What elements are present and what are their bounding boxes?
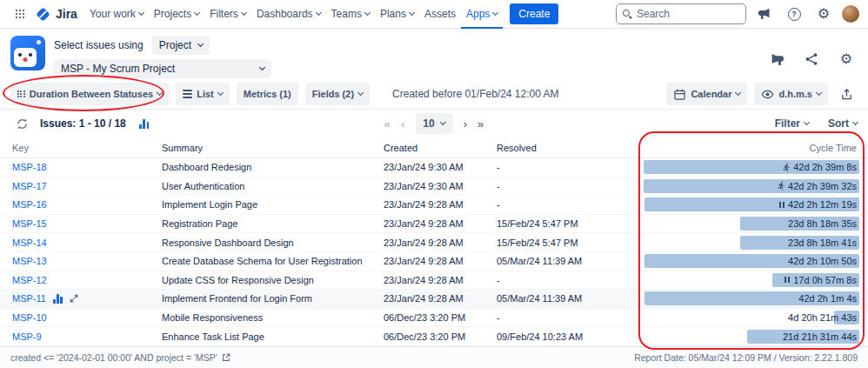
create-button[interactable]: Create: [510, 3, 558, 24]
issue-resolved: 05/Mar/24 11:39 AM: [497, 256, 629, 266]
external-link-icon[interactable]: [221, 352, 231, 363]
prev-page-button[interactable]: ‹: [401, 118, 404, 130]
issue-resolved: 15/Feb/24 5:47 PM: [497, 218, 629, 229]
issue-key-link[interactable]: MSP-9: [12, 331, 42, 342]
table-row[interactable]: MSP-18 Dashboard Redesign 23/Jan/24 9:30…: [0, 158, 868, 177]
issue-summary[interactable]: Responsive Dashboard Design: [162, 238, 384, 248]
column-header-summary[interactable]: Summary: [162, 143, 384, 153]
list-view-button[interactable]: List: [176, 83, 230, 105]
issue-key-link[interactable]: MSP-11: [12, 293, 46, 304]
table-row[interactable]: MSP-9 Enhance Task List Page 06/Dec/23 3…: [0, 327, 868, 346]
cycle-time-value: 4d 20h 21m 43s: [788, 312, 857, 323]
sort-button[interactable]: Sort: [828, 117, 858, 130]
jira-logo[interactable]: Jira: [35, 6, 77, 23]
next-page-button[interactable]: ›: [464, 118, 467, 130]
search-box: [616, 3, 746, 24]
app-header-actions: ⚙: [765, 36, 858, 70]
column-header-resolved[interactable]: Resolved: [497, 143, 629, 153]
column-header-key[interactable]: Key: [0, 143, 162, 153]
share-button[interactable]: [800, 48, 823, 70]
nav-item-apps[interactable]: Apps: [461, 0, 503, 29]
table-row[interactable]: MSP-17 User Authentication 23/Jan/24 9:3…: [0, 177, 868, 197]
help-button[interactable]: ?: [783, 3, 805, 25]
nav-item-label: Plans: [380, 8, 406, 20]
table-row[interactable]: MSP-10 Mobile Responsiveness 06/Dec/23 3…: [0, 309, 868, 328]
issue-summary[interactable]: Create Database Schema for User Registra…: [162, 256, 384, 266]
expand-icon[interactable]: [69, 293, 79, 304]
nav-item-filters[interactable]: Filters: [204, 0, 251, 29]
refresh-button[interactable]: [10, 112, 33, 135]
table-row[interactable]: MSP-16 Implement Login Page 23/Jan/24 9:…: [0, 196, 868, 215]
column-header-cycle-time[interactable]: Cycle Time: [629, 137, 868, 157]
issue-summary[interactable]: Implement Login Page: [162, 199, 384, 210]
issue-key-link[interactable]: MSP-17: [12, 181, 47, 191]
issue-key-link[interactable]: MSP-13: [12, 256, 47, 266]
issue-created: 23/Jan/24 9:30 AM: [384, 181, 497, 191]
column-header-created[interactable]: Created: [384, 143, 497, 153]
announcements-icon[interactable]: [753, 3, 776, 25]
issue-key-link[interactable]: MSP-16: [12, 199, 47, 210]
chart-view-toggle[interactable]: [133, 112, 156, 135]
issue-key-link[interactable]: MSP-10: [12, 312, 47, 323]
issue-summary[interactable]: Update CSS for Responsive Design: [162, 275, 384, 285]
issue-key-link[interactable]: MSP-18: [12, 162, 47, 172]
page-size-dropdown[interactable]: 10: [415, 113, 452, 134]
nav-item-teams[interactable]: Teams: [326, 0, 375, 29]
issue-resolved: -: [497, 162, 629, 172]
cycle-time-cell: 23d 8h 18m 41s: [629, 233, 868, 251]
issue-summary[interactable]: Registration Page: [162, 218, 384, 229]
table-row[interactable]: MSP-12 Update CSS for Responsive Design …: [0, 271, 868, 291]
nav-item-plans[interactable]: Plans: [375, 0, 419, 29]
app-logo-eye: [29, 53, 32, 57]
chevron-down-icon: [440, 119, 446, 125]
issue-key-link[interactable]: MSP-12: [12, 275, 47, 285]
nav-item-dashboards[interactable]: Dashboards: [251, 0, 326, 29]
view-selector-button[interactable]: Duration Between Statuses: [10, 83, 169, 105]
table-row[interactable]: MSP-14 Responsive Dashboard Design 23/Ja…: [0, 233, 868, 252]
filter-button[interactable]: Filter: [775, 117, 809, 130]
issue-created: 06/Dec/23 3:20 PM: [384, 331, 497, 342]
issue-key-link[interactable]: MSP-15: [12, 218, 47, 229]
bar-chart-icon: [139, 119, 149, 129]
app-switcher-icon[interactable]: [9, 3, 31, 25]
issue-resolved: 15/Feb/24 5:47 PM: [497, 238, 629, 248]
bar-chart-icon[interactable]: [53, 294, 63, 304]
last-page-button[interactable]: »: [477, 118, 484, 130]
pager: « ‹ 10 › »: [384, 113, 484, 134]
fields-button[interactable]: Fields (2): [305, 83, 370, 105]
calendar-button[interactable]: Calendar: [666, 83, 747, 105]
issue-key-link[interactable]: MSP-14: [12, 238, 47, 248]
issue-summary[interactable]: Dashboard Redesign: [162, 162, 384, 172]
feedback-megaphone-icon: [770, 52, 785, 67]
cycle-time-value: 23d 8h 18m 41s: [788, 238, 857, 248]
app-logo: [10, 36, 45, 70]
nav-item-projects[interactable]: Projects: [149, 0, 204, 29]
search-input[interactable]: [637, 8, 740, 20]
nav-item-your-work[interactable]: Your work: [84, 0, 149, 29]
app-settings-button[interactable]: ⚙: [835, 48, 858, 70]
cycle-time-cell: 42d 2h 39m 32s: [629, 177, 868, 196]
select-type-dropdown[interactable]: Project: [152, 36, 210, 55]
metrics-button[interactable]: Metrics (1): [237, 83, 298, 105]
issue-summary[interactable]: Implement Frontend for Login Form: [162, 293, 384, 304]
table-row[interactable]: MSP-11 Implement Frontend for Login Form…: [0, 290, 868, 309]
avatar[interactable]: [842, 5, 859, 23]
settings-button[interactable]: ⚙: [812, 3, 835, 25]
issue-summary[interactable]: User Authentication: [162, 181, 384, 191]
chevron-down-icon: [157, 90, 163, 96]
table-row[interactable]: MSP-15 Registration Page 23/Jan/24 9:28 …: [0, 215, 868, 234]
nav-item-assets[interactable]: Assets: [419, 0, 461, 29]
export-button[interactable]: [835, 83, 858, 105]
cycle-time-cell: 23d 8h 18m 35s: [629, 215, 868, 233]
table-row[interactable]: MSP-13 Create Database Schema for User R…: [0, 252, 868, 271]
issue-summary[interactable]: Mobile Responsiveness: [162, 312, 384, 323]
first-page-button[interactable]: «: [384, 118, 391, 130]
listbar-right: Filter Sort: [775, 117, 858, 130]
cycle-time-value: 17d 0h 57m 8s: [793, 275, 857, 285]
time-format-button[interactable]: d.h.m.s: [754, 83, 828, 105]
issue-summary[interactable]: Enhance Task List Page: [162, 331, 384, 342]
issue-resolved: -: [497, 312, 629, 323]
project-dropdown[interactable]: MSP - My Scrum Project: [54, 59, 271, 78]
feedback-button[interactable]: [765, 48, 788, 70]
issue-created: 06/Dec/23 3:20 PM: [384, 312, 497, 323]
